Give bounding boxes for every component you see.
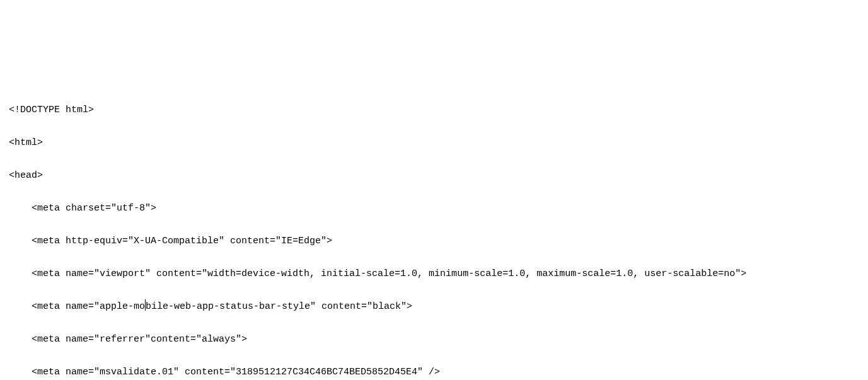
code-line: <html> (9, 135, 868, 151)
code-line: <meta name="msvalidate.01" content="3189… (9, 364, 868, 380)
code-line: <meta name="referrer"content="always"> (9, 331, 868, 348)
code-line: <meta charset="utf-8"> (9, 200, 868, 217)
code-line: <meta name="apple-mobile-web-app-status-… (9, 299, 868, 315)
code-block[interactable]: <!DOCTYPE html> <html> <head> <meta char… (0, 82, 868, 380)
code-line: <!DOCTYPE html> (9, 102, 868, 118)
code-line: <head> (9, 168, 868, 184)
code-line: <meta name="viewport" content="width=dev… (9, 266, 868, 282)
code-line: <meta http-equiv="X-UA-Compatible" conte… (9, 233, 868, 250)
